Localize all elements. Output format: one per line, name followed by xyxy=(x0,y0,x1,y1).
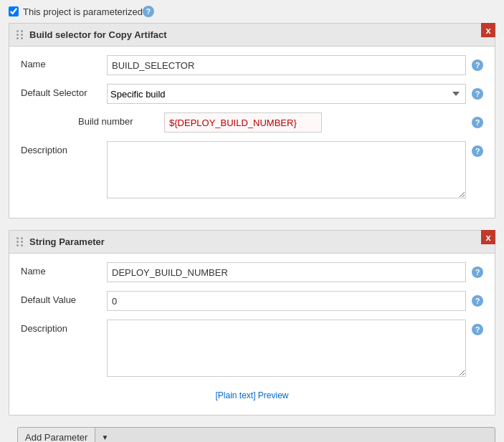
description-row-2: Description ? xyxy=(21,320,483,388)
name-input-1[interactable]: BUILD_SELECTOR xyxy=(107,55,466,75)
build-selector-header: Build selector for Copy Artifact x xyxy=(9,24,495,47)
build-selector-title: Build selector for Copy Artifact xyxy=(29,29,167,40)
build-selector-block: Build selector for Copy Artifact x Name … xyxy=(9,23,495,218)
plain-text-links: [Plain text] Preview xyxy=(21,388,483,406)
add-param-arrow-icon[interactable]: ▼ xyxy=(95,428,114,442)
add-param-button[interactable]: Add Parameter ▼ xyxy=(17,427,495,442)
name-row-1: Name BUILD_SELECTOR ? xyxy=(21,55,483,84)
selector-select[interactable]: Specific build Last successful build Las… xyxy=(107,84,466,104)
description-label-1: Description xyxy=(21,141,107,155)
drag-handle-2 xyxy=(16,237,24,246)
delete-block2-button[interactable]: x xyxy=(481,230,495,244)
parameterized-checkbox-label[interactable]: This project is parameterized xyxy=(9,6,143,17)
build-number-help-icon[interactable]: ? xyxy=(472,117,483,128)
description-help-icon-2[interactable]: ? xyxy=(472,324,483,335)
top-help-icon[interactable]: ? xyxy=(143,6,154,17)
parameterized-checkbox[interactable] xyxy=(9,6,19,16)
name-input-2[interactable]: DEPLOY_BUILD_NUMBER xyxy=(107,262,466,282)
name-help-icon-1[interactable]: ? xyxy=(472,59,483,71)
string-param-block: String Parameter x Name DEPLOY_BUILD_NUM… xyxy=(9,230,495,415)
build-number-input[interactable]: ${DEPLOY_BUILD_NUMBER} xyxy=(164,112,322,133)
build-selector-body: Name BUILD_SELECTOR ? Default Selector S… xyxy=(9,47,495,218)
selector-row: Default Selector Specific build Last suc… xyxy=(21,84,483,112)
name-input-wrap-1: BUILD_SELECTOR xyxy=(107,55,466,75)
description-textarea-1[interactable] xyxy=(107,141,466,198)
default-help-icon[interactable]: ? xyxy=(472,295,483,307)
selector-label: Default Selector xyxy=(21,84,107,98)
name-help-icon-2[interactable]: ? xyxy=(472,266,483,278)
main-content: Build selector for Copy Artifact x Name … xyxy=(0,23,504,442)
build-number-label: Build number xyxy=(78,112,164,127)
selector-help-icon[interactable]: ? xyxy=(472,88,483,100)
name-label-2: Name xyxy=(21,262,107,277)
name-input-wrap-2: DEPLOY_BUILD_NUMBER xyxy=(107,262,466,282)
description-input-wrap-2 xyxy=(107,320,466,379)
string-param-title: String Parameter xyxy=(29,236,105,247)
description-label-2: Description xyxy=(21,320,107,334)
delete-block1-button[interactable]: x xyxy=(481,23,495,37)
build-number-input-wrap: ${DEPLOY_BUILD_NUMBER} xyxy=(164,112,466,133)
string-param-body: Name DEPLOY_BUILD_NUMBER ? Default Value… xyxy=(9,254,495,415)
description-help-icon-1[interactable]: ? xyxy=(472,145,483,157)
plain-text-link[interactable]: [Plain text] xyxy=(215,390,255,400)
description-textarea-2[interactable] xyxy=(107,320,466,377)
drag-handle-1 xyxy=(16,30,24,39)
default-input[interactable]: 0 xyxy=(107,291,466,311)
description-row-1: Description ? xyxy=(21,141,483,209)
description-input-wrap-1 xyxy=(107,141,466,201)
build-number-row: Build number ${DEPLOY_BUILD_NUMBER} ? xyxy=(21,112,483,141)
name-row-2: Name DEPLOY_BUILD_NUMBER ? xyxy=(21,262,483,291)
name-label-1: Name xyxy=(21,55,107,69)
default-value-row: Default Value 0 ? xyxy=(21,291,483,320)
add-param-label[interactable]: Add Parameter xyxy=(18,428,95,442)
default-label: Default Value xyxy=(21,291,107,305)
string-param-header: String Parameter x xyxy=(9,231,495,254)
preview-link[interactable]: Preview xyxy=(258,390,289,400)
selector-input-wrap: Specific build Last successful build Las… xyxy=(107,84,466,104)
parameterized-label: This project is parameterized xyxy=(23,6,143,17)
default-input-wrap: 0 xyxy=(107,291,466,311)
